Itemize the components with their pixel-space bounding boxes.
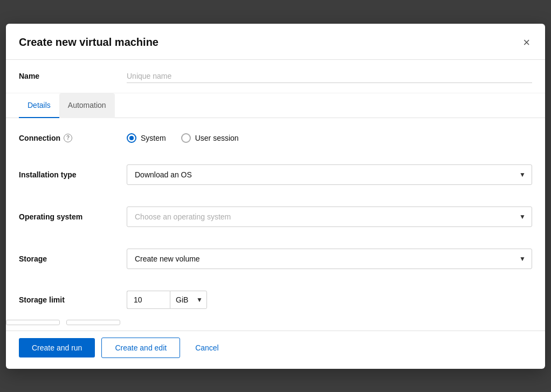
partially-visible-btn-2 xyxy=(66,320,120,325)
dialog-header: Create new virtual machine × xyxy=(6,24,545,60)
storage-select[interactable]: Create new volume No storage Select or c… xyxy=(127,249,532,269)
storage-row: Storage Create new volume No storage Sel… xyxy=(6,238,545,280)
tab-automation[interactable]: Automation xyxy=(59,93,115,118)
dialog: Create new virtual machine × Name Detail… xyxy=(6,24,545,369)
storage-limit-row: Storage limit MiB GiB TiB ▼ xyxy=(6,280,545,320)
installation-type-select-wrapper: Download an OS Local install media Netwo… xyxy=(127,164,532,185)
connection-radio-group: System User session xyxy=(127,133,239,143)
installation-type-row: Installation type Download an OS Local i… xyxy=(6,154,545,196)
tab-details[interactable]: Details xyxy=(19,93,59,118)
dialog-title: Create new virtual machine xyxy=(19,36,159,49)
radio-system-input[interactable] xyxy=(127,133,136,143)
storage-limit-label: Storage limit xyxy=(19,295,127,304)
partially-visible-btn-1 xyxy=(6,320,60,325)
storage-unit-select[interactable]: MiB GiB TiB xyxy=(170,291,207,309)
operating-system-label: Operating system xyxy=(19,212,127,221)
create-and-edit-button[interactable]: Create and edit xyxy=(101,338,180,358)
operating-system-select-wrapper: Choose an operating system ▼ xyxy=(127,207,532,227)
installation-type-label: Installation type xyxy=(19,170,127,179)
storage-select-wrapper: Create new volume No storage Select or c… xyxy=(127,249,532,269)
installation-type-select[interactable]: Download an OS Local install media Netwo… xyxy=(127,164,532,185)
storage-limit-inputs: MiB GiB TiB ▼ xyxy=(127,291,207,309)
storage-unit-wrapper: MiB GiB TiB ▼ xyxy=(170,291,207,309)
name-row: Name xyxy=(6,60,545,93)
radio-user-session-label: User session xyxy=(195,134,239,142)
name-input[interactable] xyxy=(127,70,532,83)
tabs-bar: Details Automation xyxy=(6,93,545,118)
radio-user-session[interactable]: User session xyxy=(181,133,239,143)
connection-row: Connection ? System User session xyxy=(6,122,545,154)
cancel-button[interactable]: Cancel xyxy=(187,338,228,357)
dialog-footer: Create and run Create and edit Cancel xyxy=(6,331,545,369)
storage-label: Storage xyxy=(19,255,127,263)
radio-user-session-input[interactable] xyxy=(181,133,191,143)
tab-content: Connection ? System User session xyxy=(6,118,545,331)
operating-system-row: Operating system Choose an operating sys… xyxy=(6,196,545,238)
close-button[interactable]: × xyxy=(521,35,532,51)
radio-system-label: System xyxy=(141,134,166,142)
name-label: Name xyxy=(19,72,127,80)
radio-system[interactable]: System xyxy=(127,133,166,143)
partially-visible-area xyxy=(6,320,545,326)
create-and-run-button[interactable]: Create and run xyxy=(19,338,95,357)
operating-system-select[interactable]: Choose an operating system xyxy=(127,207,532,227)
connection-help-icon[interactable]: ? xyxy=(64,134,72,142)
dialog-overlay: Create new virtual machine × Name Detail… xyxy=(0,0,551,392)
connection-label: Connection ? xyxy=(19,134,127,142)
storage-limit-number-input[interactable] xyxy=(127,291,170,309)
